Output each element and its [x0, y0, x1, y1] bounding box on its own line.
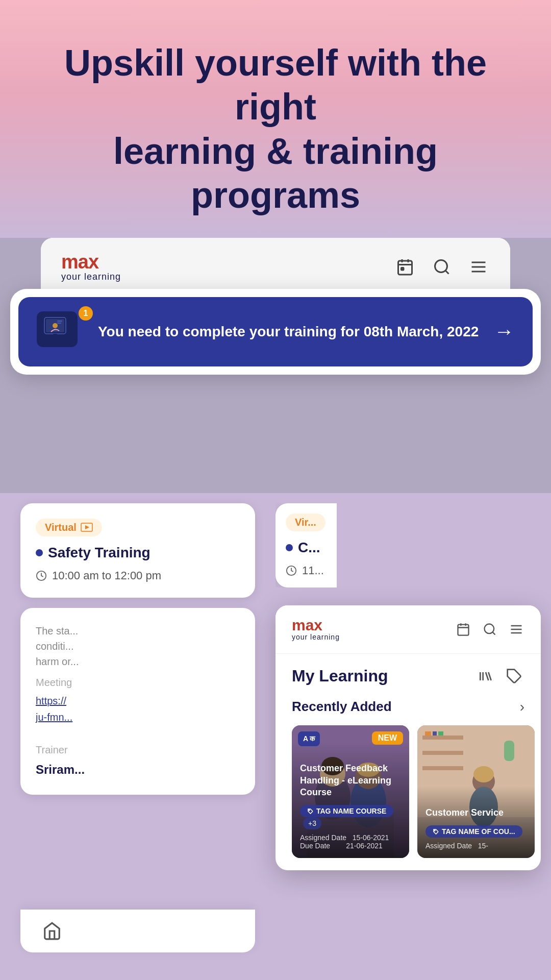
- notification-illustration: 1: [37, 311, 88, 352]
- svg-point-26: [485, 624, 494, 633]
- app2-menu-icon[interactable]: [508, 621, 524, 638]
- course-name-1: Customer Feedback Handling - eLearning C…: [300, 763, 401, 798]
- trainer-name: Sriram...: [36, 760, 240, 779]
- svg-line-6: [445, 271, 449, 274]
- course-overlay-1: Customer Feedback Handling - eLearning C…: [292, 742, 409, 857]
- header-icons: [394, 256, 490, 278]
- app2-header-icons: [455, 621, 524, 638]
- course-card-2[interactable]: Customer Service TAG NAME OF COU...: [417, 725, 535, 858]
- svg-point-54: [473, 766, 494, 782]
- home-nav-icon[interactable]: [41, 920, 63, 942]
- menu-icon[interactable]: [467, 256, 490, 278]
- training-card: Virtual Safety Training 10:00 am to 1: [20, 503, 255, 598]
- svg-rect-50: [438, 731, 443, 736]
- chevron-right-icon[interactable]: ›: [520, 699, 524, 715]
- app2-logo-tagline: your learning: [292, 633, 340, 641]
- bottom-navigation: [20, 910, 255, 952]
- meeting-link[interactable]: https://ju-fmn...: [36, 693, 240, 725]
- tag-name: TAG NAME COURSE: [300, 805, 393, 817]
- bottom-section: Virtual Safety Training 10:00 am to 1: [0, 493, 551, 952]
- app-screen-2: max your learning My Learning: [276, 605, 541, 870]
- search-icon[interactable]: [431, 256, 453, 278]
- app-header: max your learning: [41, 238, 510, 297]
- meeting-label: Meeting: [36, 674, 240, 691]
- logo-brand: max: [61, 252, 121, 272]
- course-overlay-2: Customer Service TAG NAME OF COU...: [417, 787, 535, 857]
- recently-added-title: Recently Added: [292, 699, 392, 715]
- notification-content: 1 You need to complete your training for…: [37, 311, 479, 352]
- svg-rect-18: [51, 336, 60, 337]
- notification-badge: 1: [79, 306, 93, 321]
- svg-rect-15: [57, 321, 62, 322]
- svg-rect-46: [422, 751, 463, 755]
- partial-virtual-badge: Vir...: [286, 513, 325, 531]
- tag-plus: +3: [303, 817, 321, 829]
- svg-rect-17: [53, 334, 57, 336]
- my-learning-header: My Learning: [292, 666, 524, 687]
- tag-icon[interactable]: [504, 666, 524, 687]
- left-column: Virtual Safety Training 10:00 am to 1: [20, 503, 265, 805]
- course-tags-2: TAG NAME OF COU...: [425, 825, 527, 838]
- training-title: Safety Training: [36, 545, 240, 561]
- my-learning-title: My Learning: [292, 667, 388, 685]
- svg-point-55: [434, 830, 435, 831]
- notification-text: You need to complete your training for 0…: [98, 322, 479, 341]
- app2-header: max your learning: [276, 605, 541, 654]
- notification-banner-wrapper: 1 You need to complete your training for…: [10, 289, 541, 375]
- notification-arrow-icon: →: [494, 320, 514, 343]
- logo-tagline: your learning: [61, 272, 121, 282]
- virtual-badge: Virtual: [36, 519, 102, 536]
- training-time: 10:00 am to 12:00 pm: [36, 569, 240, 582]
- svg-rect-0: [398, 261, 412, 275]
- course-meta-1: Assigned Date 15-06-2021 Due Date 21-06-…: [300, 834, 401, 850]
- course-cards: A क NEW Customer Feedback Handling - eLe…: [292, 725, 524, 858]
- svg-rect-49: [433, 731, 437, 736]
- svg-rect-16: [57, 323, 61, 324]
- course-meta-2: Assigned Date 15-: [425, 842, 527, 850]
- my-learning-actions: [475, 666, 524, 687]
- svg-point-42: [309, 810, 310, 811]
- partial-title: C...: [286, 540, 337, 556]
- app-logo: max your learning: [61, 252, 121, 282]
- tag-name-2: TAG NAME OF COU...: [425, 825, 522, 838]
- svg-point-14: [53, 323, 58, 328]
- app2-logo-brand: max: [292, 618, 340, 633]
- partial-right-card: Vir... C... 11...: [276, 503, 337, 587]
- svg-rect-4: [402, 268, 404, 271]
- svg-rect-51: [504, 741, 514, 761]
- course-name-2: Customer Service: [425, 807, 527, 819]
- main-headline: Upskill yourself with the right learning…: [31, 41, 520, 217]
- svg-rect-47: [422, 766, 463, 770]
- app2-body: My Learning: [276, 654, 541, 870]
- course-card-1[interactable]: A क NEW Customer Feedback Handling - eLe…: [292, 725, 409, 858]
- meeting-description: The sta...conditi...harm or...: [36, 623, 240, 669]
- svg-point-5: [435, 260, 447, 273]
- course-image-1: A क NEW Customer Feedback Handling - eLe…: [292, 725, 409, 858]
- partial-time: 11...: [286, 564, 337, 577]
- middle-section: max your learning 2021: [0, 238, 551, 493]
- svg-rect-45: [422, 736, 463, 740]
- meeting-card: The sta...conditi...harm or... Meeting h…: [20, 608, 255, 795]
- app2-logo: max your learning: [292, 618, 340, 641]
- library-icon[interactable]: [475, 666, 496, 687]
- training-icon: [37, 311, 78, 347]
- recently-added-row: Recently Added ›: [292, 699, 524, 715]
- svg-line-27: [492, 632, 495, 634]
- top-section: Upskill yourself with the right learning…: [0, 0, 551, 238]
- status-dot: [36, 549, 43, 556]
- notification-banner[interactable]: 1 You need to complete your training for…: [18, 297, 533, 366]
- svg-rect-22: [458, 624, 469, 635]
- calendar-icon[interactable]: [394, 256, 416, 278]
- app2-calendar-icon[interactable]: [455, 621, 471, 638]
- course-tags-1: TAG NAME COURSE +3: [300, 805, 401, 829]
- svg-rect-48: [425, 731, 431, 736]
- course-image-2: Customer Service TAG NAME OF COU...: [417, 725, 535, 858]
- trainer-label: Trainer: [36, 742, 240, 758]
- app2-search-icon[interactable]: [482, 621, 498, 638]
